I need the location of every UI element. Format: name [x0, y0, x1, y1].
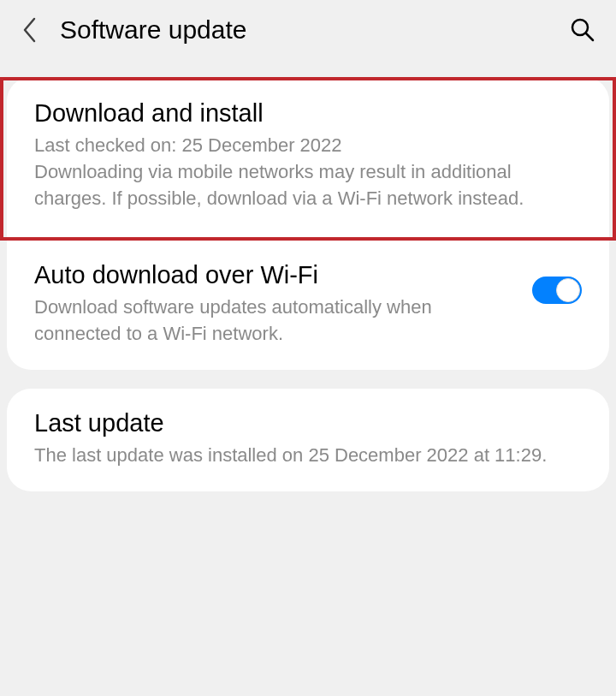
auto-download-description: Download software updates automatically …	[34, 294, 515, 348]
page-title: Software update	[60, 15, 570, 45]
auto-download-item[interactable]: Auto download over Wi-Fi Download softwa…	[7, 241, 609, 370]
back-icon[interactable]	[21, 15, 39, 45]
download-install-description: Last checked on: 25 December 2022 Downlo…	[34, 133, 582, 211]
toggle-thumb	[556, 278, 580, 302]
header: Software update	[0, 0, 616, 60]
settings-card-2: Last update The last update was installe…	[7, 389, 609, 491]
last-update-description: The last update was installed on 25 Dece…	[34, 443, 582, 469]
last-update-title: Last update	[34, 409, 582, 437]
search-icon[interactable]	[570, 17, 595, 43]
auto-download-title: Auto download over Wi-Fi	[34, 261, 515, 289]
download-install-title: Download and install	[34, 99, 582, 128]
last-update-item[interactable]: Last update The last update was installe…	[7, 389, 609, 491]
svg-line-1	[586, 33, 593, 40]
auto-download-toggle[interactable]	[532, 277, 582, 304]
settings-card-1: Download and install Last checked on: 25…	[7, 77, 609, 370]
download-and-install-item[interactable]: Download and install Last checked on: 25…	[0, 77, 616, 241]
